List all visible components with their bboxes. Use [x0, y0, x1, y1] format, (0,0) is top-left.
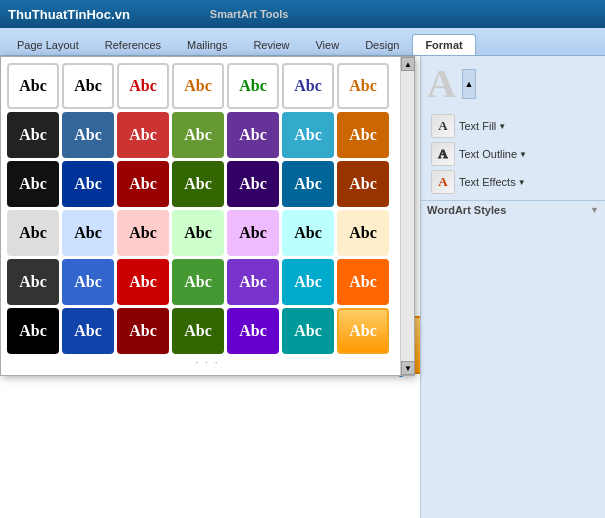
style-cell-3-0[interactable]: Abc: [7, 210, 59, 256]
style-cell-5-2[interactable]: Abc: [117, 308, 169, 354]
wordart-large-a: A: [427, 64, 456, 104]
style-cell-5-5[interactable]: Abc: [282, 308, 334, 354]
title-bar: ThuThuatTinHoc.vn SmartArt Tools: [0, 0, 605, 28]
text-fill-label: Text Fill: [459, 120, 496, 132]
style-cell-3-6[interactable]: Abc: [337, 210, 389, 256]
text-fill-button[interactable]: A Text Fill ▼: [427, 112, 599, 140]
text-fill-icon: A: [431, 114, 455, 138]
dropdown-dots: · · ·: [7, 354, 408, 369]
tab-format[interactable]: Format: [412, 34, 475, 55]
style-cell-0-1[interactable]: Abc: [62, 63, 114, 109]
large-a-container: A ▲: [421, 60, 605, 108]
style-cell-2-0[interactable]: Abc: [7, 161, 59, 207]
text-effects-icon: A: [431, 170, 455, 194]
style-cell-4-2[interactable]: Abc: [117, 259, 169, 305]
style-cell-3-2[interactable]: Abc: [117, 210, 169, 256]
style-cell-1-6[interactable]: Abc: [337, 112, 389, 158]
style-cell-2-1[interactable]: Abc: [62, 161, 114, 207]
app-title: ThuThuatTinHoc.vn: [8, 7, 130, 22]
tab-review[interactable]: Review: [240, 34, 302, 55]
style-cell-5-6[interactable]: Abc: [337, 308, 389, 354]
style-cell-0-6[interactable]: Abc: [337, 63, 389, 109]
style-cell-4-1[interactable]: Abc: [62, 259, 114, 305]
style-cell-3-1[interactable]: Abc: [62, 210, 114, 256]
scroll-up-button[interactable]: ▲: [401, 57, 415, 71]
text-outline-label: Text Outline: [459, 148, 517, 160]
style-cell-5-0[interactable]: Abc: [7, 308, 59, 354]
style-grid: Abc Abc Abc Abc Abc Abc Abc Abc Abc Abc …: [7, 63, 408, 354]
text-outline-arrow: ▼: [519, 150, 527, 159]
style-cell-5-1[interactable]: Abc: [62, 308, 114, 354]
tab-references[interactable]: References: [92, 34, 174, 55]
text-effects-arrow: ▼: [518, 178, 526, 187]
wordart-panel: A ▲ A Text Fill ▼ A Text Outline ▼ A Tex…: [420, 56, 605, 518]
text-fill-arrow: ▼: [498, 122, 506, 131]
dropdown-scrollbar[interactable]: ▲ ▼: [400, 57, 414, 375]
style-cell-1-1[interactable]: Abc: [62, 112, 114, 158]
style-cell-3-5[interactable]: Abc: [282, 210, 334, 256]
style-cell-4-4[interactable]: Abc: [227, 259, 279, 305]
style-cell-0-5[interactable]: Abc: [282, 63, 334, 109]
wordart-section-title: WordArt Styles: [427, 204, 506, 216]
style-cell-1-3[interactable]: Abc: [172, 112, 224, 158]
wordart-scroll-up[interactable]: ▲: [462, 69, 476, 99]
tab-design[interactable]: Design: [352, 34, 412, 55]
style-cell-3-4[interactable]: Abc: [227, 210, 279, 256]
tab-mailings[interactable]: Mailings: [174, 34, 240, 55]
style-cell-5-4[interactable]: Abc: [227, 308, 279, 354]
style-cell-5-3[interactable]: Abc: [172, 308, 224, 354]
text-effects-button[interactable]: A Text Effects ▼: [427, 168, 599, 196]
style-cell-2-6[interactable]: Abc: [337, 161, 389, 207]
tab-page-layout[interactable]: Page Layout: [4, 34, 92, 55]
style-cell-3-3[interactable]: Abc: [172, 210, 224, 256]
main-area: ThuThuatTinHoc.vn ThuThuatTinHoc.vn ThuT…: [0, 56, 605, 518]
wordart-section-label: WordArt Styles ▼: [421, 200, 605, 217]
style-cell-4-5[interactable]: Abc: [282, 259, 334, 305]
style-cell-1-2[interactable]: Abc: [117, 112, 169, 158]
tab-view[interactable]: View: [302, 34, 352, 55]
ribbon-tabs: Page Layout References Mailings Review V…: [0, 28, 605, 56]
style-cell-2-3[interactable]: Abc: [172, 161, 224, 207]
style-cell-4-0[interactable]: Abc: [7, 259, 59, 305]
style-cell-2-5[interactable]: Abc: [282, 161, 334, 207]
style-cell-1-0[interactable]: Abc: [7, 112, 59, 158]
text-effects-label: Text Effects: [459, 176, 516, 188]
style-cell-0-4[interactable]: Abc: [227, 63, 279, 109]
style-cell-1-4[interactable]: Abc: [227, 112, 279, 158]
style-cell-1-5[interactable]: Abc: [282, 112, 334, 158]
wordart-section-collapse-icon[interactable]: ▼: [590, 205, 599, 215]
text-outline-icon: A: [431, 142, 455, 166]
style-cell-0-3[interactable]: Abc: [172, 63, 224, 109]
style-cell-0-0[interactable]: Abc: [7, 63, 59, 109]
tools-label: SmartArt Tools: [210, 8, 289, 20]
wordart-buttons-group: A Text Fill ▼ A Text Outline ▼ A Text Ef…: [421, 108, 605, 200]
style-cell-4-6[interactable]: Abc: [337, 259, 389, 305]
text-outline-button[interactable]: A Text Outline ▼: [427, 140, 599, 168]
scroll-down-button[interactable]: ▼: [401, 361, 415, 375]
style-cell-2-2[interactable]: Abc: [117, 161, 169, 207]
style-cell-4-3[interactable]: Abc: [172, 259, 224, 305]
style-cell-2-4[interactable]: Abc: [227, 161, 279, 207]
dropdown-panel: Abc Abc Abc Abc Abc Abc Abc Abc Abc Abc …: [0, 56, 415, 376]
style-cell-0-2[interactable]: Abc: [117, 63, 169, 109]
